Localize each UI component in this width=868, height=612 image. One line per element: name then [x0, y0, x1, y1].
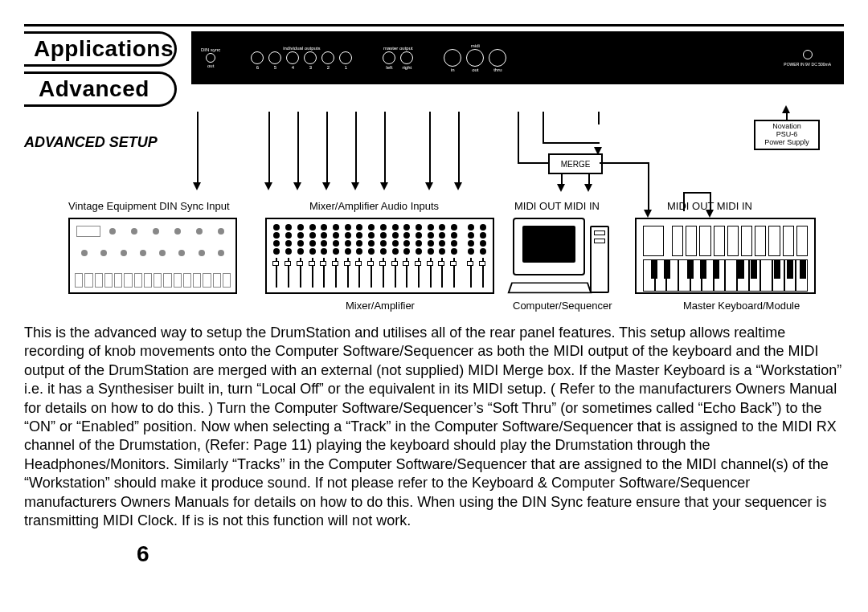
vintage-drum-machine-icon	[68, 218, 237, 294]
mixer-icon	[265, 218, 494, 294]
caption-mixer: Mixer/Amplifier	[346, 300, 415, 312]
caption-vintage: Vintage Equipment DIN Sync Input	[68, 200, 230, 212]
master-keyboard-icon	[635, 218, 816, 294]
tab-applications: Applications	[24, 31, 177, 67]
wiring-diagram: ADVANCED SETUP MERGE Novation PSU-6 Powe…	[24, 112, 844, 320]
psu-box: Novation PSU-6 Power Supply	[754, 120, 820, 150]
label-master: master output	[383, 46, 413, 51]
caption-midi-2: MIDI OUT MIDI IN	[667, 200, 752, 212]
label-midi: midi	[471, 43, 480, 48]
caption-computer: Computer/Sequencer	[513, 300, 612, 312]
computer-monitor-icon	[513, 218, 585, 275]
merge-box: MERGE	[548, 153, 603, 174]
caption-midi-1: MIDI OUT MIDI IN	[514, 200, 600, 212]
tab-advanced: Advanced	[24, 71, 177, 107]
body-paragraph: This is the advanced way to setup the Dr…	[24, 324, 844, 530]
caption-keyboard: Master Keyboard/Module	[683, 300, 800, 312]
rear-panel-illustration: DIN sync out individual outputs 6 5 4 3 …	[191, 31, 844, 84]
label-din-sync: DIN sync	[201, 47, 220, 52]
computer-tower-icon	[590, 226, 609, 293]
page-number: 6	[137, 541, 844, 567]
label-power: POWER IN 9V DC 500mA	[784, 62, 831, 67]
section-tabs: Applications Advanced	[24, 31, 177, 107]
setup-title: ADVANCED SETUP	[24, 134, 158, 151]
top-rule	[24, 24, 844, 27]
label-individual: individual outputs	[283, 46, 320, 51]
computer-keyboard-icon	[507, 282, 592, 293]
caption-mixer-inputs: Mixer/Amplifier Audio Inputs	[309, 200, 439, 212]
